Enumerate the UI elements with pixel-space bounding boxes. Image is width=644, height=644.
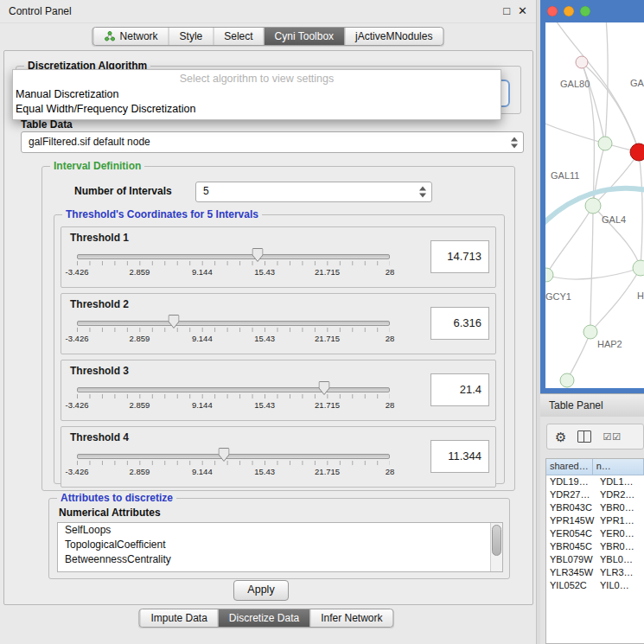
network-edge[interactable] (545, 122, 639, 152)
network-edge[interactable] (546, 268, 641, 279)
table-row[interactable]: YDL19… YDL1… (546, 475, 644, 488)
network-node-gene[interactable] (585, 198, 601, 214)
slider-scale-value: 28 (386, 334, 395, 343)
threshold-value-field[interactable]: 14.713 (430, 240, 489, 273)
slider-scale-value: 21.715 (315, 267, 340, 277)
attribute-item[interactable]: BetweennessCentrality (58, 552, 502, 567)
control-panel-window: Control Panel □ ✕ Networ (0, 0, 537, 644)
top-tab-label: Cyni Toolbox (275, 30, 334, 42)
select-columns-icons[interactable]: ☑☑ (603, 431, 622, 443)
table-data-combo-value: galFiltered.sif default node (29, 136, 150, 148)
table-column-header[interactable]: shared… (546, 459, 593, 475)
threshold-slider[interactable]: -3.4262.8599.14415.4321.71528 (77, 379, 390, 416)
network-node-pink[interactable] (576, 56, 588, 68)
close-icon[interactable]: ✕ (518, 0, 527, 22)
apply-button[interactable]: Apply (233, 580, 289, 601)
slider-ticks (77, 328, 390, 332)
slider-scale-value: 15.43 (254, 267, 275, 277)
table-row[interactable]: YDR27… YDR2… (546, 488, 644, 501)
slider-track[interactable] (77, 254, 390, 259)
table-row[interactable]: YBR045C YBR0… (546, 540, 644, 553)
threshold-slider[interactable]: -3.4262.8599.14415.4321.71528 (77, 446, 390, 482)
top-tab[interactable]: Cyni Toolbox (264, 28, 344, 45)
network-edge[interactable] (593, 143, 605, 206)
table-row[interactable]: YBL079W YBL0… (546, 553, 644, 566)
dropdown-item[interactable]: Equal Width/Frequency Discretization (13, 102, 501, 117)
slider-track[interactable] (77, 387, 390, 392)
network-graph[interactable]: GAL80GAGAL11GAL4GCY1HAP2H (545, 22, 644, 388)
attribute-item[interactable]: SelfLoops (58, 523, 502, 538)
threshold-slider[interactable]: -3.4262.8599.14415.4321.71528 (77, 313, 390, 349)
top-tab[interactable]: Select (213, 28, 263, 45)
network-node-gene[interactable] (545, 268, 553, 282)
bottom-tab[interactable]: Discretize Data (218, 609, 309, 627)
table-row[interactable]: YBR043C YBR0… (546, 501, 644, 514)
bottom-tab[interactable]: Infer Network (309, 609, 392, 627)
table-cell-shared-name: YDR27… (546, 488, 596, 501)
top-tab[interactable]: jActiveMNodules (344, 28, 443, 45)
table-cell-shared-name: YBR045C (546, 540, 596, 553)
network-node-red[interactable] (630, 143, 644, 161)
zoom-light[interactable] (580, 6, 590, 16)
slider-scale-value: 15.43 (254, 467, 275, 476)
slider-scale-value: 21.715 (315, 400, 340, 410)
slider-thumb[interactable] (318, 381, 329, 395)
threshold-value-field[interactable]: 11.344 (430, 440, 489, 473)
float-window-icon[interactable]: □ (503, 0, 510, 22)
threshold-slider[interactable]: -3.4262.8599.14415.4321.71528 (77, 246, 390, 283)
top-tab[interactable]: Style (169, 28, 214, 45)
node-label: GA (630, 78, 644, 88)
slider-scale-value: 9.144 (192, 400, 213, 410)
network-node-gene[interactable] (560, 373, 574, 387)
stepper-icon[interactable] (419, 186, 427, 199)
list-scrollbar[interactable] (490, 523, 502, 571)
network-node-gene[interactable] (583, 325, 597, 339)
table-column-header[interactable]: n… (593, 459, 644, 475)
dropdown-item[interactable]: Manual Discretization (13, 87, 501, 102)
attribute-item[interactable]: TopologicalCoefficient (58, 538, 502, 552)
number-of-intervals-combo[interactable]: 5 (195, 182, 432, 202)
gear-icon[interactable]: ⚙ (555, 430, 566, 443)
table-row[interactable]: YIL052C YIL0… (546, 579, 644, 592)
network-node-gene[interactable] (598, 137, 612, 150)
slider-scale-value: -3.426 (66, 334, 89, 343)
network-node-gene[interactable] (633, 260, 644, 276)
network-canvas[interactable]: GAL80GAGAL11GAL4GCY1HAP2H (545, 22, 644, 388)
network-edge[interactable] (605, 22, 608, 143)
slider-track[interactable] (77, 321, 390, 326)
bottom-tab-bar: Impute Data Discretize Data Infer Networ… (138, 609, 393, 628)
network-edge[interactable] (590, 206, 593, 332)
table-rows: YDL19… YDL1… YDR27… YDR2… YBR043C YBR0… … (546, 475, 644, 592)
network-edge[interactable] (639, 152, 642, 268)
threshold-label: Threshold 3 (70, 365, 129, 377)
slider-thumb[interactable] (219, 448, 230, 462)
slider-scale-value: 28 (386, 400, 395, 410)
bottom-tab[interactable]: Impute Data (139, 609, 217, 627)
slider-thumb[interactable] (252, 248, 263, 262)
slider-scale-value: -3.426 (66, 400, 89, 410)
slider-ticks (77, 394, 390, 399)
slider-scale-value: 21.715 (315, 467, 340, 476)
columns-icon[interactable] (577, 430, 591, 443)
table-data-combo[interactable]: galFiltered.sif default node (21, 131, 524, 153)
threshold-value-field[interactable]: 6.316 (430, 307, 489, 340)
slider-thumb[interactable] (169, 315, 180, 328)
table-row[interactable]: YLR345W YLR3… (546, 566, 644, 579)
slider-scale-value: 28 (386, 267, 395, 277)
slider-track[interactable] (77, 454, 390, 459)
app-root: Control Panel □ ✕ Networ (0, 0, 644, 644)
table-panel-toolbar: ⚙ ☑☑ (546, 424, 644, 450)
threshold-panel: Threshold 4 -3.4262.8599.14415.4321.7152… (61, 426, 496, 488)
scrollbar-thumb[interactable] (492, 525, 501, 556)
threshold-value-field[interactable]: 21.4 (430, 373, 489, 406)
network-edge[interactable] (567, 332, 590, 380)
stepper-icon[interactable] (511, 136, 519, 149)
table-row[interactable]: YER054C YER0… (546, 527, 644, 540)
slider-scale-value: 9.144 (192, 267, 213, 277)
minimize-light[interactable] (564, 6, 574, 16)
network-edge[interactable] (593, 152, 639, 206)
top-tab[interactable]: Network (93, 28, 169, 45)
close-light[interactable] (547, 6, 558, 16)
table-row[interactable]: YPR145W YPR1… (546, 514, 644, 527)
threshold-label: Threshold 1 (70, 232, 129, 244)
